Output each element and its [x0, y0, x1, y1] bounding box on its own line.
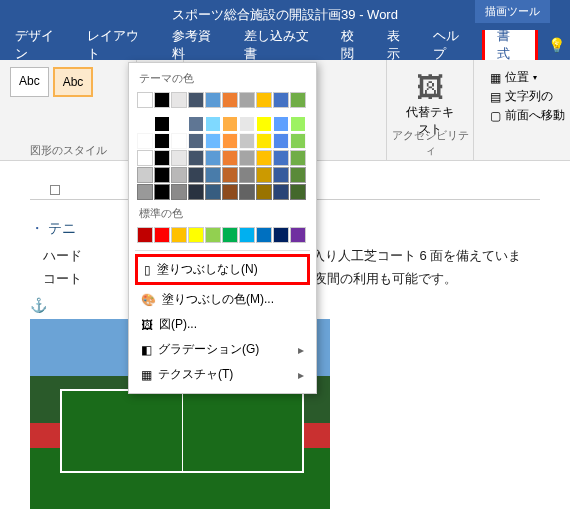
color-swatch[interactable] [188, 150, 204, 166]
color-swatch[interactable] [256, 150, 272, 166]
color-swatch[interactable] [239, 227, 255, 243]
color-swatch[interactable] [256, 92, 272, 108]
color-swatch[interactable] [171, 133, 187, 149]
position-button[interactable]: ▦位置▾ [490, 69, 554, 86]
color-swatch[interactable] [256, 227, 272, 243]
color-swatch[interactable] [290, 184, 306, 200]
tab-view[interactable]: 表示 [377, 27, 423, 63]
color-swatch[interactable] [137, 184, 153, 200]
color-swatch[interactable] [154, 184, 170, 200]
bring-forward-button[interactable]: ▢前面へ移動 [490, 107, 554, 124]
color-swatch[interactable] [222, 116, 238, 132]
color-swatch[interactable] [154, 167, 170, 183]
color-swatch[interactable] [256, 167, 272, 183]
color-swatch[interactable] [222, 150, 238, 166]
color-swatch[interactable] [154, 116, 170, 132]
color-swatch[interactable] [188, 92, 204, 108]
tab-design[interactable]: デザイン [5, 27, 77, 63]
tab-help[interactable]: ヘルプ [423, 27, 482, 63]
color-swatch[interactable] [188, 116, 204, 132]
color-swatch[interactable] [171, 116, 187, 132]
color-swatch[interactable] [239, 92, 255, 108]
gradient-icon: ◧ [141, 343, 152, 357]
color-swatch[interactable] [256, 116, 272, 132]
shape-styles-group: Abc Abc 図形のスタイル [0, 60, 137, 160]
color-swatch[interactable] [239, 150, 255, 166]
color-swatch[interactable] [290, 227, 306, 243]
color-swatch[interactable] [188, 184, 204, 200]
color-swatch[interactable] [137, 116, 153, 132]
color-swatch[interactable] [222, 167, 238, 183]
color-swatch[interactable] [154, 150, 170, 166]
color-swatch[interactable] [205, 92, 221, 108]
color-swatch[interactable] [171, 227, 187, 243]
color-swatch[interactable] [171, 92, 187, 108]
color-swatch[interactable] [171, 150, 187, 166]
position-icon: ▦ [490, 71, 501, 85]
color-swatch[interactable] [205, 150, 221, 166]
color-swatch[interactable] [290, 133, 306, 149]
picture-fill-item[interactable]: 🖼図(P)... [135, 312, 310, 337]
color-swatch[interactable] [137, 167, 153, 183]
accessibility-group: 🖼 代替テキスト アクセシビリティ [387, 60, 474, 160]
color-swatch[interactable] [205, 116, 221, 132]
color-swatch[interactable] [273, 133, 289, 149]
color-swatch[interactable] [239, 133, 255, 149]
color-swatch[interactable] [205, 227, 221, 243]
color-swatch[interactable] [273, 116, 289, 132]
color-swatch[interactable] [205, 133, 221, 149]
color-swatch[interactable] [222, 92, 238, 108]
color-swatch[interactable] [239, 167, 255, 183]
gradient-fill-item[interactable]: ◧グラデーション(G)▸ [135, 337, 310, 362]
title-bar: スポーツ総合施設の開設計画39 - Word 描画ツール [0, 0, 570, 30]
tab-layout[interactable]: レイアウト [77, 27, 162, 63]
color-swatch[interactable] [154, 133, 170, 149]
submenu-arrow-icon: ▸ [298, 343, 304, 357]
theme-colors-label: テーマの色 [135, 69, 310, 88]
color-swatch[interactable] [205, 167, 221, 183]
color-swatch[interactable] [290, 92, 306, 108]
color-swatch[interactable] [239, 116, 255, 132]
color-swatch[interactable] [256, 184, 272, 200]
wrap-text-button[interactable]: ▤文字列の [490, 88, 554, 105]
tab-mailings[interactable]: 差し込み文書 [234, 27, 332, 63]
tab-references[interactable]: 参考資料 [162, 27, 234, 63]
color-swatch[interactable] [154, 227, 170, 243]
color-swatch[interactable] [154, 92, 170, 108]
arrange-group: ▦位置▾ ▤文字列の ▢前面へ移動 [474, 60, 570, 160]
color-swatch[interactable] [188, 133, 204, 149]
color-swatch[interactable] [273, 92, 289, 108]
color-swatch[interactable] [273, 184, 289, 200]
color-swatch[interactable] [137, 150, 153, 166]
color-swatch[interactable] [222, 184, 238, 200]
color-swatch[interactable] [273, 167, 289, 183]
color-swatch[interactable] [205, 184, 221, 200]
tell-me-icon[interactable]: 💡 [548, 37, 565, 53]
submenu-arrow-icon: ▸ [298, 368, 304, 382]
color-swatch[interactable] [137, 92, 153, 108]
color-swatch[interactable] [290, 116, 306, 132]
color-swatch[interactable] [256, 133, 272, 149]
shape-style-1[interactable]: Abc [10, 67, 49, 97]
color-swatch[interactable] [222, 227, 238, 243]
color-swatch[interactable] [188, 227, 204, 243]
color-swatch[interactable] [137, 133, 153, 149]
forward-icon: ▢ [490, 109, 501, 123]
color-swatch[interactable] [188, 167, 204, 183]
color-swatch[interactable] [222, 133, 238, 149]
more-fill-colors-item[interactable]: 🎨塗りつぶしの色(M)... [135, 287, 310, 312]
color-swatch[interactable] [273, 227, 289, 243]
color-swatch[interactable] [239, 184, 255, 200]
color-swatch[interactable] [273, 150, 289, 166]
color-swatch[interactable] [171, 184, 187, 200]
color-wheel-icon: 🎨 [141, 293, 156, 307]
no-fill-item[interactable]: ▯塗りつぶしなし(N) [135, 254, 310, 285]
standard-colors-label: 標準の色 [135, 204, 310, 223]
color-swatch[interactable] [290, 150, 306, 166]
color-swatch[interactable] [137, 227, 153, 243]
color-swatch[interactable] [171, 167, 187, 183]
color-swatch[interactable] [290, 167, 306, 183]
texture-fill-item[interactable]: ▦テクスチャ(T)▸ [135, 362, 310, 387]
shape-style-2[interactable]: Abc [53, 67, 94, 97]
tab-review[interactable]: 校閲 [331, 27, 377, 63]
